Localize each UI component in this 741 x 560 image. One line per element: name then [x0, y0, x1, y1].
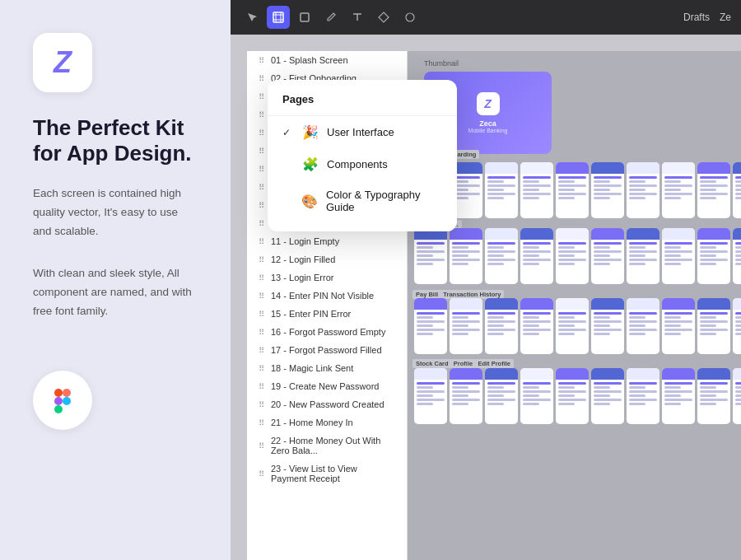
layer-name: 20 - New Password Created — [271, 399, 384, 409]
ph-line — [523, 242, 551, 245]
page-item-0[interactable]: ✓ 🎉 User Interface — [268, 116, 457, 148]
layers-item[interactable]: ⠿19 - Create New Password — [247, 377, 407, 395]
layers-item[interactable]: ⠿16 - Forgot Password Empty — [247, 323, 407, 341]
layers-item[interactable]: ⠿11 - Login Empty — [247, 232, 407, 250]
left-panel: Z The Perfect Kit for App Design. Each s… — [0, 0, 231, 560]
layers-item[interactable]: ⠿20 - New Password Created — [247, 395, 407, 413]
ph-line — [523, 184, 551, 187]
ph-line — [452, 242, 480, 245]
layers-item[interactable]: ⠿21 - Home Money In — [247, 413, 407, 432]
phone-card — [556, 368, 589, 424]
ph-line — [487, 246, 504, 249]
svg-point-4 — [63, 397, 71, 405]
ph-line — [417, 254, 433, 257]
ph-line — [487, 263, 504, 265]
drafts-label: Drafts — [683, 12, 710, 23]
ph-line — [629, 197, 645, 199]
layers-item[interactable]: ⠿15 - Enter PIN Error — [247, 305, 407, 323]
phone-content — [733, 240, 741, 268]
phone-card — [591, 228, 624, 284]
tool-move[interactable] — [240, 6, 263, 29]
layer-name: 13 - Login Error — [271, 273, 333, 282]
ph-line — [523, 324, 539, 327]
ph-line — [594, 184, 622, 187]
tool-shape[interactable] — [293, 6, 316, 29]
ph-line — [629, 246, 645, 249]
layers-item[interactable]: ⠿18 - Magic Link Sent — [247, 359, 407, 377]
thumb-app-subtitle: Mobile Banking — [468, 128, 508, 133]
page-name: Components — [327, 158, 388, 170]
figma-toolbar: Drafts Ze — [231, 0, 741, 35]
ph-line — [594, 197, 610, 199]
drag-icon: ⠿ — [259, 364, 264, 373]
ph-line — [523, 180, 539, 183]
ph-line — [417, 382, 445, 385]
tool-frame[interactable] — [267, 6, 290, 29]
ph-line — [487, 390, 515, 393]
ph-line — [487, 184, 515, 187]
ph-line — [523, 386, 539, 389]
layers-item[interactable]: ⠿01 - Splash Screen — [247, 51, 407, 69]
logo-box: Z — [33, 33, 92, 92]
layers-item[interactable]: ⠿14 - Enter PIN Not Visible — [247, 287, 407, 305]
canvas-area: ⠿01 - Splash Screen⠿02 - First Onboardin… — [231, 35, 741, 560]
drag-icon: ⠿ — [259, 310, 264, 319]
ph-line — [594, 394, 610, 397]
phone-content — [520, 380, 553, 408]
ph-line — [664, 263, 681, 265]
figma-icon — [48, 385, 77, 415]
ph-line — [735, 394, 741, 397]
description-2: With clean and sleek style, All componen… — [33, 264, 198, 321]
ph-line — [523, 312, 551, 315]
layers-item[interactable]: ⠿17 - Forgot Password Filled — [247, 341, 407, 359]
phone-content — [556, 310, 589, 338]
ph-line — [558, 184, 586, 187]
ph-line — [487, 197, 504, 199]
phone-header — [520, 162, 553, 174]
ph-line — [452, 312, 480, 315]
phone-header — [733, 298, 741, 310]
phone-header — [627, 162, 659, 174]
tool-component[interactable] — [372, 6, 395, 29]
ph-line — [629, 184, 657, 187]
thumb-logo-letter: Z — [484, 97, 492, 110]
ph-line — [594, 246, 610, 249]
svg-rect-5 — [273, 12, 283, 22]
ph-line — [452, 382, 480, 385]
tool-comment[interactable] — [398, 6, 422, 29]
ph-line — [664, 382, 692, 385]
page-item-2[interactable]: 🎨 Color & Typography Guide — [268, 180, 457, 222]
ph-line — [594, 193, 622, 195]
layers-item[interactable]: ⠿23 - View List to View Payment Receipt — [247, 460, 407, 488]
layer-name: 23 - View List to View Payment Receipt — [271, 464, 395, 483]
phone-card — [697, 368, 730, 424]
phone-content — [733, 310, 741, 338]
ph-line — [700, 250, 728, 253]
ph-line — [523, 193, 551, 195]
ph-line — [594, 189, 610, 191]
layers-item[interactable]: ⠿13 - Login Error — [247, 268, 407, 287]
phone-content — [591, 174, 624, 202]
ph-line — [629, 394, 645, 397]
phone-card — [556, 298, 589, 354]
ph-line — [700, 403, 716, 405]
phone-header — [733, 368, 741, 380]
phone-content — [485, 380, 518, 408]
ph-line — [664, 242, 692, 245]
phone-header — [520, 368, 553, 380]
layers-item[interactable]: ⠿22 - Home Money Out With Zero Bala... — [247, 432, 407, 460]
tool-pen[interactable] — [319, 6, 343, 29]
ph-line — [700, 394, 716, 397]
layers-item[interactable]: ⠿12 - Login Filled — [247, 250, 407, 268]
tool-text[interactable] — [346, 6, 369, 29]
ph-line — [417, 329, 445, 331]
ph-line — [664, 246, 681, 249]
ph-line — [558, 263, 575, 265]
page-item-1[interactable]: 🧩 Components — [268, 148, 457, 180]
ph-line — [487, 329, 515, 331]
ph-line — [523, 254, 539, 257]
ph-line — [735, 184, 741, 187]
layer-name: 22 - Home Money Out With Zero Bala... — [271, 436, 395, 455]
phone-header — [450, 228, 482, 240]
ph-line — [664, 403, 681, 405]
